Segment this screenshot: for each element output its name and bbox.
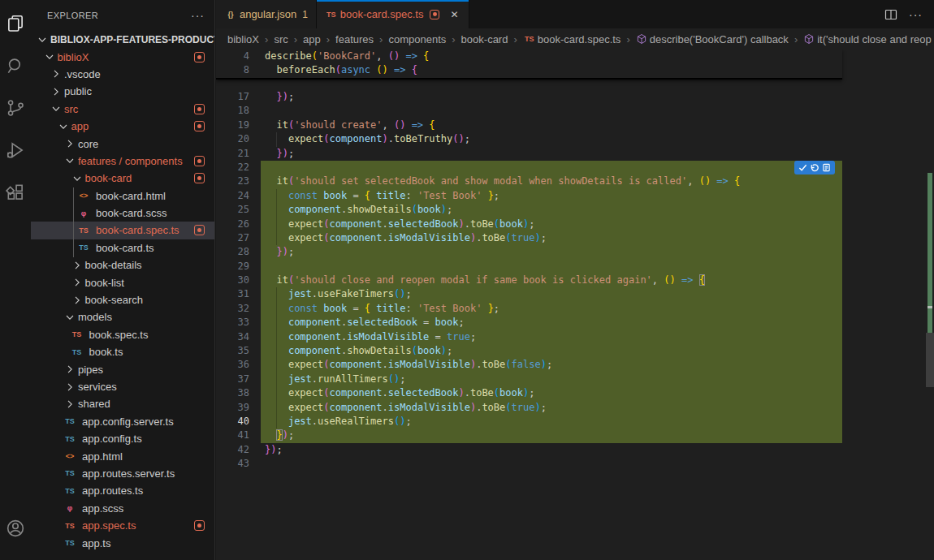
tree-item-app-config-server-ts[interactable]: TSapp.config.server.ts (31, 413, 214, 430)
code-line-41[interactable]: 41 }); (216, 429, 926, 442)
code-line-19[interactable]: 19 it('should create', () => { (216, 118, 926, 132)
code-line-35[interactable]: 35 component.showDetails(book); (216, 344, 926, 358)
line-number[interactable]: 39 (216, 401, 261, 415)
tree-item-book-card-ts[interactable]: TSbook-card.ts (31, 239, 214, 256)
source-control-icon[interactable] (0, 89, 31, 127)
code-line-32[interactable]: 32 const book = { title: 'Test Book' }; (216, 302, 926, 316)
code-line-43[interactable]: 43 (216, 457, 926, 471)
line-number[interactable]: 19 (216, 118, 261, 132)
sticky-scroll[interactable]: 4describe('BookCard', () => {8 beforeEac… (216, 50, 842, 80)
tree-item-book-ts[interactable]: TSbook.ts (31, 343, 214, 360)
code-line-25[interactable]: 25 component.showDetails(book); (216, 203, 926, 217)
code-line-28[interactable]: 28 }); (216, 245, 926, 259)
breadcrumb-item-book-card-spec-ts[interactable]: TSbook-card.spec.ts (523, 33, 621, 45)
tab-close-icon[interactable]: ✕ (448, 8, 461, 21)
code-line-36[interactable]: 36 expect(component.isModalVisible).toBe… (216, 358, 926, 372)
line-number[interactable]: 21 (216, 147, 261, 161)
line-number[interactable]: 25 (216, 203, 261, 217)
code-line-20[interactable]: 20 expect(component).toBeTruthy(); (216, 132, 926, 146)
code-line-24[interactable]: 24 const book = { title: 'Test Book' }; (216, 189, 926, 203)
code-editor[interactable]: 17 });1819 it('should create', () => {20… (216, 50, 934, 560)
tree-item-app-config-ts[interactable]: TSapp.config.ts (31, 430, 214, 447)
overview-ruler[interactable] (926, 50, 934, 560)
tree-item-bibliox[interactable]: biblioX (31, 48, 214, 65)
search-icon[interactable] (0, 47, 31, 84)
code-line-34[interactable]: 34 component.isModalVisible = true; (216, 330, 926, 344)
more-actions-icon[interactable]: ··· (909, 8, 923, 21)
tree-item-app-ts[interactable]: TSapp.ts (31, 534, 214, 551)
line-number[interactable]: 30 (216, 274, 261, 287)
code-line-23[interactable]: 23 it('should set selectedBook and show … (216, 174, 926, 188)
tree-item-book-spec-ts[interactable]: TSbook.spec.ts (31, 326, 214, 343)
tree-item-bibliox-app-features-product[interactable]: BIBLIOX-APP-FEATURES-PRODUCT... (31, 31, 214, 48)
tree-item-pipes[interactable]: pipes (31, 360, 214, 377)
tree-item-models[interactable]: models (31, 308, 214, 325)
tree-item-public[interactable]: public (31, 83, 214, 100)
code-line-40[interactable]: 40 jest.useRealTimers(); (216, 415, 926, 429)
tree-item-app-html[interactable]: <>app.html (31, 447, 214, 464)
view-file-icon[interactable] (822, 163, 831, 172)
line-number[interactable]: 28 (216, 245, 261, 259)
tree-item-book-card-spec-ts[interactable]: TSbook-card.spec.ts (31, 222, 214, 239)
code-line-30[interactable]: 30 it('should close and reopen modal if … (216, 274, 926, 287)
explorer-icon[interactable] (0, 5, 31, 42)
line-number[interactable]: 8 (216, 63, 261, 77)
code-line-21[interactable]: 21 }); (216, 147, 926, 161)
line-number[interactable]: 41 (216, 429, 261, 442)
code-line-37[interactable]: 37 jest.runAllTimers(); (216, 373, 926, 386)
tree-item-app-scss[interactable]: φapp.scss (31, 500, 214, 517)
tree-item-book-list[interactable]: book-list (31, 274, 214, 291)
code-line-39[interactable]: 39 expect(component.isModalVisible).toBe… (216, 401, 926, 415)
line-number[interactable]: 24 (216, 189, 261, 203)
breadcrumb-item-describe-bookcard-callback[interactable]: describe('BookCard') callback (636, 33, 789, 45)
line-number[interactable]: 27 (216, 231, 261, 245)
line-number[interactable]: 31 (216, 287, 261, 301)
tree-item-shared[interactable]: shared (31, 395, 214, 412)
breadcrumb-item-src[interactable]: src (274, 33, 288, 45)
tree-item-book-search[interactable]: book-search (31, 291, 214, 308)
tree-item-services[interactable]: services (31, 378, 214, 395)
account-icon[interactable] (0, 510, 31, 547)
breadcrumb-item-bibliox[interactable]: biblioX (227, 33, 259, 45)
line-number[interactable]: 18 (216, 104, 261, 118)
line-number[interactable]: 34 (216, 330, 261, 344)
tree-item-core[interactable]: core (31, 135, 214, 152)
tree-item-features-components[interactable]: features / components (31, 153, 214, 170)
line-number[interactable]: 37 (216, 373, 261, 386)
code-line-8[interactable]: 8 beforeEach(async () => { (216, 63, 842, 77)
breadcrumb-item-it-should-close-and-reop[interactable]: it('should close and reop (803, 33, 932, 45)
tree-item-book-card-html[interactable]: <>book-card.html (31, 187, 214, 205)
line-number[interactable]: 43 (216, 457, 261, 471)
line-number[interactable]: 17 (216, 90, 261, 104)
tree-item-app-routes-ts[interactable]: TSapp.routes.ts (31, 482, 214, 499)
line-number[interactable]: 29 (216, 260, 261, 274)
line-number[interactable]: 32 (216, 302, 261, 316)
tab-book-card-spec-ts[interactable]: TSbook-card.spec.ts✕ (317, 0, 470, 28)
line-number[interactable]: 22 (216, 161, 261, 174)
scrollbar-slider[interactable] (926, 333, 934, 387)
line-number[interactable]: 33 (216, 316, 261, 330)
run-debug-icon[interactable] (0, 131, 31, 169)
discard-icon[interactable] (810, 163, 819, 172)
breadcrumb-item-features[interactable]: features (335, 33, 374, 45)
line-number[interactable]: 4 (216, 50, 261, 63)
line-number[interactable]: 40 (216, 415, 261, 429)
tree-item-vscode[interactable]: .vscode (31, 66, 214, 83)
line-number[interactable]: 20 (216, 132, 261, 146)
tab-angular-json[interactable]: {}angular.json1 (216, 0, 317, 28)
code-line-18[interactable]: 18 (216, 104, 926, 118)
line-number[interactable]: 35 (216, 344, 261, 358)
accept-icon[interactable] (798, 163, 807, 172)
split-editor-icon[interactable] (884, 8, 897, 21)
code-line-4[interactable]: 4describe('BookCard', () => { (216, 50, 842, 63)
tree-item-app-spec-ts[interactable]: TSapp.spec.ts (31, 517, 214, 534)
code-line-33[interactable]: 33 component.selectedBook = book; (216, 316, 926, 330)
line-number[interactable]: 38 (216, 386, 261, 400)
code-line-42[interactable]: 42}); (216, 443, 926, 457)
tree-item-book-card-scss[interactable]: φbook-card.scss (31, 205, 214, 222)
code-line-38[interactable]: 38 expect(component.selectedBook).toBe(b… (216, 386, 926, 400)
code-line-17[interactable]: 17 }); (216, 90, 926, 104)
explorer-more-actions-icon[interactable]: ··· (191, 9, 205, 22)
code-line-29[interactable]: 29 (216, 260, 926, 274)
tree-item-src[interactable]: src (31, 101, 214, 118)
